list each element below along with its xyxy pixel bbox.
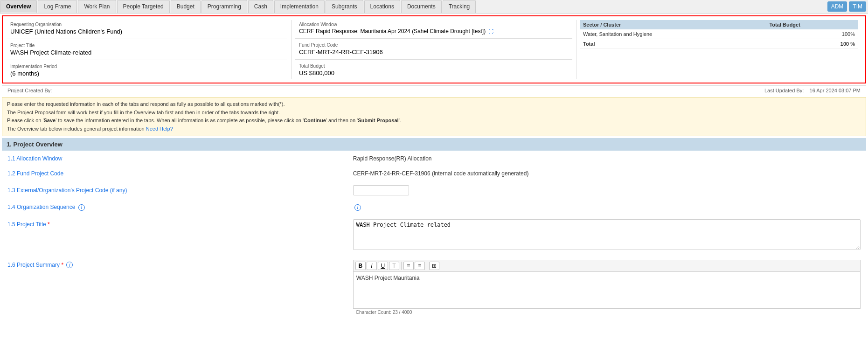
sector-table: Sector / Cluster Total Budget Water, San… [580, 20, 858, 49]
total-budget-label: Total Budget [299, 63, 569, 69]
sector-column: Sector / Cluster Total Budget Water, San… [576, 20, 861, 79]
fund-project-code-value: CERF-MRT-24-RR-CEF-31906 [299, 49, 569, 56]
submit-strong: Submit Proposal [358, 118, 398, 123]
notice-line4: The Overview tab below includes general … [7, 125, 861, 133]
need-help-link[interactable]: Need Help? [146, 126, 173, 132]
sector-name: Water, Sanitation and Hygiene [580, 29, 766, 39]
tab-subgrants[interactable]: Subgrants [326, 0, 363, 13]
label-1-5: 1.5 Project Title * [3, 215, 347, 255]
form-row-1-6: 1.6 Project Summary * i B I U T ≡ ≡ ⊞ WA… [3, 256, 865, 319]
implementation-period-section: Implementation Period (6 months) [7, 62, 287, 79]
sector-row: Water, Sanitation and Hygiene 100% [580, 29, 858, 39]
fund-project-code-label: Fund Project Code [299, 42, 569, 48]
tab-programming[interactable]: Programming [201, 0, 247, 13]
form-table: 1.1 Allocation Window Rapid Response(RR)… [2, 151, 866, 320]
section1-header: 1. Project Overview [2, 138, 866, 151]
form-row-1-1: 1.1 Allocation Window Rapid Response(RR)… [3, 152, 865, 166]
value-1-5: WASH Project Climate-related [348, 215, 865, 255]
form-row-1-3: 1.3 External/Organization's Project Code… [3, 181, 865, 199]
bold-button[interactable]: B [355, 262, 366, 270]
sector-total-row: Total 100 % [580, 39, 858, 49]
sector-cluster-header: Sector / Cluster [580, 20, 766, 29]
last-updated-label: Last Updated By: [764, 88, 804, 93]
total-budget-value: US $800,000 [299, 69, 569, 76]
text-color-button[interactable]: T [389, 262, 399, 270]
sector-total-label: Total [580, 39, 766, 49]
tab-locations[interactable]: Locations [364, 0, 400, 13]
label-1-6: 1.6 Project Summary * i [3, 256, 347, 319]
grid-button[interactable]: ⊞ [429, 262, 439, 270]
allocation-window-section: Allocation Window CERF Rapid Response: M… [295, 20, 572, 36]
tab-cash[interactable]: Cash [248, 0, 273, 13]
total-budget-header: Total Budget [766, 20, 858, 29]
tim-button[interactable]: TIM [849, 1, 866, 12]
tab-people-targeted[interactable]: People Targeted [117, 0, 170, 13]
value-1-6: B I U T ≡ ≡ ⊞ WASH Project Mauritania Ch… [348, 256, 865, 319]
project-meta: Project Created By: Last Updated By: 16 … [2, 85, 866, 95]
underline-button[interactable]: U [378, 262, 388, 270]
required-star-1-6: * [61, 262, 63, 268]
notice-line3: Please click on 'Save' to save the infor… [7, 117, 861, 125]
last-updated-value: 16 Apr 2024 03:07 PM [810, 88, 861, 93]
label-1-4: 1.4 Organization Sequence i [3, 200, 347, 215]
project-title-label: Project Title [10, 43, 284, 48]
implementation-period-label: Implementation Period [10, 64, 284, 69]
value-1-1: Rapid Response(RR) Allocation [348, 152, 865, 166]
value-1-3[interactable] [348, 181, 865, 199]
project-summary-editor[interactable]: WASH Project Mauritania [353, 271, 861, 309]
save-strong: Save [44, 118, 56, 123]
form-row-1-4: 1.4 Organization Sequence i i [3, 200, 865, 215]
tab-budget[interactable]: Budget [171, 0, 201, 13]
ordered-list-button[interactable]: ≡ [415, 262, 425, 270]
last-updated-section: Last Updated By: 16 Apr 2024 03:07 PM [764, 88, 861, 93]
label-1-3: 1.3 External/Organization's Project Code… [3, 181, 347, 199]
italic-button[interactable]: I [367, 262, 377, 270]
form-row-1-5: 1.5 Project Title * WASH Project Climate… [3, 215, 865, 255]
notice-line1: Please enter the requested information i… [7, 100, 861, 109]
notice-box: Please enter the requested information i… [2, 97, 866, 136]
rich-text-toolbar: B I U T ≡ ≡ ⊞ [353, 260, 861, 271]
value-1-2: CERF-MRT-24-RR-CEF-31906 (internal code … [348, 167, 865, 180]
external-link-icon[interactable]: ⛶ [489, 29, 493, 34]
tab-overview[interactable]: Overview [0, 0, 37, 13]
continue-strong: Continue [304, 118, 326, 123]
external-code-input[interactable] [353, 185, 409, 195]
fund-project-code-section: Fund Project Code CERF-MRT-24-RR-CEF-319… [295, 41, 572, 57]
sector-budget-pct: 100% [766, 29, 858, 39]
label-1-2: 1.2 Fund Project Code [3, 167, 347, 180]
allocation-window-value: CERF Rapid Response: Mauritania Apr 2024… [299, 28, 569, 35]
org-sequence-info-icon[interactable]: i [78, 204, 85, 211]
project-summary-info-icon[interactable]: i [66, 262, 73, 268]
org-sequence-value-icon[interactable]: i [354, 204, 361, 211]
requesting-org-section: Requesting Organisation UNICEF (United N… [7, 20, 287, 37]
tab-documents[interactable]: Documents [401, 0, 442, 13]
tab-work-plan[interactable]: Work Plan [78, 0, 116, 13]
adm-button[interactable]: ADM [827, 1, 847, 12]
fund-code-display: CERF-MRT-24-RR-CEF-31906 [353, 170, 431, 177]
project-title-value: WASH Project Climate-related [10, 49, 284, 56]
info-card: Requesting Organisation UNICEF (United N… [2, 15, 866, 83]
requesting-org-label: Requesting Organisation [10, 22, 284, 27]
project-created-label: Project Created By: [7, 88, 52, 93]
tab-tracking[interactable]: Tracking [443, 0, 476, 13]
tab-implementation[interactable]: Implementation [274, 0, 325, 13]
sector-total-value: 100 % [766, 39, 858, 49]
fund-code-note: (internal code automatically generated) [432, 170, 528, 177]
toolbar-divider-2 [427, 262, 427, 270]
required-star-1-5: * [48, 221, 50, 228]
toolbar-divider-1 [401, 262, 402, 270]
total-budget-section: Total Budget US $800,000 [295, 62, 572, 78]
label-1-1: 1.1 Allocation Window [3, 152, 347, 166]
project-title-section: Project Title WASH Project Climate-relat… [7, 41, 287, 58]
requesting-org-value: UNICEF (United Nations Children's Fund) [10, 28, 284, 35]
notice-line2: The Project Proposal form will work best… [7, 109, 861, 117]
form-container: 1.1 Allocation Window Rapid Response(RR)… [2, 151, 866, 320]
tabs-bar: Overview Log Frame Work Plan People Targ… [0, 0, 868, 14]
unordered-list-button[interactable]: ≡ [403, 262, 414, 270]
tab-log-frame[interactable]: Log Frame [38, 0, 77, 13]
value-1-4: i [348, 200, 865, 215]
implementation-period-value: (6 months) [10, 70, 284, 77]
form-row-1-2: 1.2 Fund Project Code CERF-MRT-24-RR-CEF… [3, 167, 865, 180]
project-title-textarea[interactable]: WASH Project Climate-related [353, 219, 861, 250]
allocation-window-label: Allocation Window [299, 22, 569, 27]
